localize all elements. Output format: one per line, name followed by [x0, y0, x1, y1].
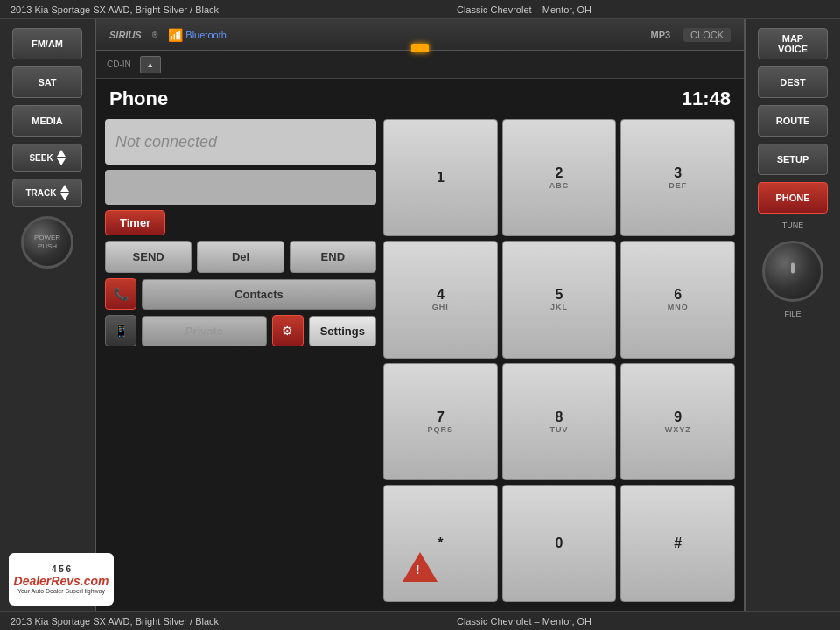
tune-knob[interactable] — [762, 241, 823, 302]
brand-row: SIRIUS ® 📶 Bluetooth — [109, 28, 227, 42]
not-connected-text: Not connected — [116, 133, 217, 151]
numpad-button-1[interactable]: 1 — [383, 119, 498, 236]
phone-left: Not connected Timer SEND Del END — [105, 119, 376, 602]
sirius-logo: SIRIUS — [109, 30, 142, 40]
cd-eject-button[interactable]: ▲ — [140, 56, 161, 74]
bluetooth-label: 📶 Bluetooth — [168, 28, 226, 42]
numpad-sub-5: JKL — [550, 303, 568, 312]
clock-button[interactable]: CLOCK — [683, 28, 731, 42]
settings-area: ⚙ Settings — [272, 315, 376, 346]
phone-header: Phone 11:48 — [105, 88, 735, 110]
phone-call-icon-button[interactable]: 📞 — [105, 278, 136, 310]
numpad-main-2: 2 — [556, 165, 564, 181]
private-button: Private — [142, 316, 267, 346]
timer-row: Timer — [105, 210, 376, 235]
mobile-icon-button[interactable]: 📱 — [105, 315, 136, 346]
seek-down-icon — [57, 158, 66, 165]
center-screen: SIRIUS ® 📶 Bluetooth MP3 CLOCK CD-IN ▲ P… — [96, 19, 744, 611]
numpad-main-8: 8 — [556, 410, 564, 425]
main-area: FM/AM SAT MEDIA SEEK TRACK POWER PUSH S — [0, 19, 840, 611]
top-bar: 2013 Kia Sportage SX AWD, Bright Silver … — [0, 0, 840, 19]
numpad-button-2[interactable]: 2ABC — [502, 119, 617, 236]
phone-contacts-row: 📞 Contacts — [105, 278, 376, 310]
numpad: 12ABC3DEF4GHI5JKL6MNO7PQRS8TUV9WXYZ*0# — [383, 119, 735, 602]
numpad-main-3: 3 — [674, 165, 682, 181]
left-panel: FM/AM SAT MEDIA SEEK TRACK POWER PUSH — [0, 19, 96, 611]
dealer-name: DealerRevs.com — [14, 574, 109, 588]
numpad-main-5: 5 — [556, 287, 564, 303]
power-button[interactable]: POWER PUSH — [21, 216, 74, 269]
contacts-button[interactable]: Contacts — [142, 279, 376, 310]
phone-settings-row: 📱 Private ⚙ Settings — [105, 315, 376, 346]
numpad-button-9[interactable]: 9WXYZ — [620, 363, 735, 480]
amber-indicator — [411, 44, 429, 52]
numpad-button-*[interactable]: * — [383, 485, 498, 602]
numpad-sub-2: ABC — [550, 181, 570, 190]
send-button[interactable]: SEND — [105, 241, 192, 273]
numpad-main-0: 0 — [556, 536, 564, 551]
numpad-button-8[interactable]: 8TUV — [502, 363, 617, 480]
phone-display-secondary — [105, 170, 376, 205]
numpad-sub-8: TUV — [550, 425, 568, 434]
dest-button[interactable]: DEST — [758, 66, 828, 98]
numpad-main-9: 9 — [674, 410, 682, 425]
track-down-icon — [60, 193, 69, 200]
bottom-bar: 2013 Kia Sportage SX AWD, Bright Silver … — [0, 611, 840, 630]
phone-icon: 📞 — [114, 287, 129, 301]
dealer-suffix: .com — [80, 574, 109, 588]
numpad-button-6[interactable]: 6MNO — [620, 241, 735, 358]
numpad-main-7: 7 — [437, 410, 444, 425]
phone-title: Phone — [109, 88, 168, 110]
numpad-main-1: 1 — [437, 170, 444, 186]
mobile-icon: 📱 — [114, 324, 129, 338]
dealer-name-text: DealerRevs — [14, 574, 80, 588]
map-voice-button[interactable]: MAP VOICE — [758, 28, 828, 60]
seek-label: SEEK — [29, 153, 52, 163]
end-button[interactable]: END — [290, 241, 376, 273]
numpad-button-7[interactable]: 7PQRS — [383, 363, 498, 480]
fm-am-button[interactable]: FM/AM — [12, 28, 82, 60]
numpad-button-3[interactable]: 3DEF — [620, 119, 735, 236]
phone-screen: Phone 11:48 Not connected Timer — [96, 79, 744, 611]
numpad-main-4: 4 — [437, 287, 444, 303]
setup-button[interactable]: SETUP — [758, 144, 828, 175]
track-button[interactable]: TRACK — [12, 178, 82, 206]
track-up-icon — [60, 185, 69, 192]
numpad-sub-7: PQRS — [428, 425, 454, 434]
del-button[interactable]: Del — [197, 241, 284, 273]
phone-time: 11:48 — [682, 88, 731, 110]
numpad-button-4[interactable]: 4GHI — [383, 241, 498, 358]
phone-button[interactable]: PHONE — [758, 182, 828, 214]
numpad-button-5[interactable]: 5JKL — [502, 241, 617, 358]
route-button[interactable]: ROUTE — [758, 105, 828, 136]
gear-icon-button[interactable]: ⚙ — [272, 315, 304, 346]
settings-button[interactable]: Settings — [309, 316, 376, 346]
dealer-tagline: Your Auto Dealer SuperHighway — [18, 588, 105, 594]
bottom-bar-left: 2013 Kia Sportage SX AWD, Bright Silver … — [10, 616, 219, 626]
sat-button[interactable]: SAT — [12, 66, 82, 98]
seek-button[interactable]: SEEK — [12, 144, 82, 172]
dealer-numbers: 4 5 6 — [52, 564, 71, 574]
power-label: POWER PUSH — [34, 234, 60, 250]
mp3-label: MP3 — [650, 30, 670, 40]
cd-row: CD-IN ▲ — [96, 51, 744, 79]
registered-icon: ® — [152, 31, 158, 39]
file-label: FILE — [784, 310, 801, 318]
numpad-main-*: * — [438, 536, 443, 551]
bottom-bar-center: Classic Chevrolet – Mentor, OH — [457, 616, 592, 626]
numpad-sub-3: DEF — [668, 181, 687, 190]
track-label: TRACK — [26, 188, 57, 198]
timer-button[interactable]: Timer — [105, 210, 165, 235]
bluetooth-icon: 📶 — [168, 28, 183, 42]
numpad-sub-6: MNO — [668, 303, 689, 312]
phone-action-row: SEND Del END — [105, 241, 376, 273]
numpad-button-#[interactable]: # — [620, 485, 735, 602]
numpad-button-0[interactable]: 0 — [502, 485, 617, 602]
media-button[interactable]: MEDIA — [12, 105, 82, 136]
warning-triangle-icon — [402, 552, 438, 582]
seek-up-icon — [57, 150, 66, 157]
tune-label: TUNE — [782, 220, 804, 229]
cd-in-label: CD-IN — [107, 60, 131, 69]
bluetooth-text: Bluetooth — [186, 30, 226, 40]
numpad-sub-9: WXYZ — [665, 425, 691, 434]
